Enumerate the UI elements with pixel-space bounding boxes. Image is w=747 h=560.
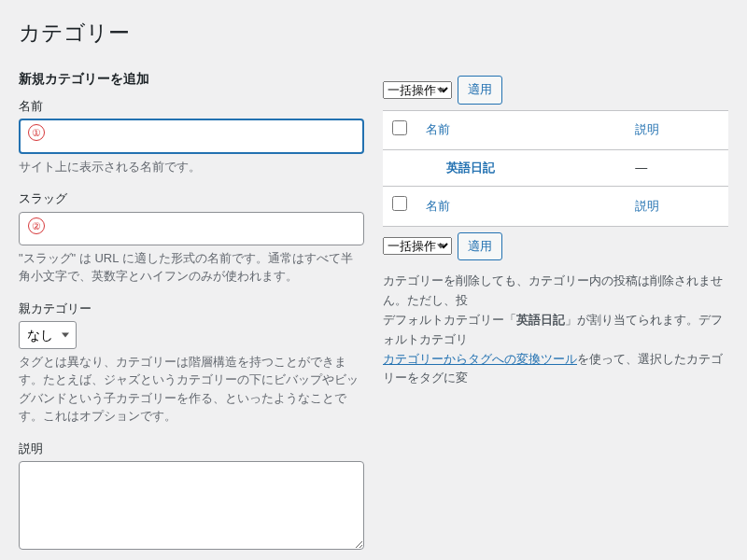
slug-label: スラッグ (19, 190, 364, 207)
apply-button-top[interactable]: 適用 (458, 76, 502, 105)
bulk-action-select-top[interactable]: 一括操作 (383, 81, 452, 99)
col-description-footer[interactable]: 説明 (626, 187, 728, 226)
name-help: サイト上に表示される名前です。 (19, 158, 364, 176)
col-description-header[interactable]: 説明 (626, 110, 728, 149)
page-title: カテゴリー (19, 9, 728, 51)
row-description: — (626, 150, 728, 187)
name-input[interactable] (19, 119, 364, 154)
apply-button-bottom[interactable]: 適用 (458, 232, 502, 261)
table-row: 英語日記 — (383, 150, 728, 187)
select-all-bottom[interactable] (392, 196, 407, 211)
category-table: 名前 説明 英語日記 — 名前 説明 (383, 110, 728, 227)
category-list-panel: 一括操作 適用 名前 説明 英語日記 — (383, 70, 728, 560)
select-all-top[interactable] (392, 120, 407, 135)
form-heading: 新規カテゴリーを追加 (19, 70, 364, 89)
parent-help: タグとは異なり、カテゴリーは階層構造を持つことができます。たとえば、ジャズという… (19, 353, 364, 426)
row-name[interactable]: 英語日記 (416, 150, 626, 187)
parent-label: 親カテゴリー (19, 301, 364, 317)
add-category-form: 新規カテゴリーを追加 名前 ① サイト上に表示される名前です。 スラッグ ② "… (19, 70, 364, 560)
name-label: 名前 (19, 98, 364, 115)
col-name-footer[interactable]: 名前 (416, 187, 626, 226)
slug-input[interactable] (19, 212, 364, 245)
parent-select[interactable]: なし (19, 321, 77, 349)
delete-note: カテゴリーを削除しても、カテゴリー内の投稿は削除されません。ただし、投 デフォル… (383, 272, 728, 388)
description-textarea[interactable] (19, 461, 364, 550)
converter-link[interactable]: カテゴリーからタグへの変換ツール (383, 352, 577, 366)
slug-help: "スラッグ" は URL に適した形式の名前です。通常はすべて半角小文字で、英数… (19, 249, 364, 286)
description-label: 説明 (19, 441, 364, 457)
col-name-header[interactable]: 名前 (416, 110, 626, 149)
bulk-action-select-bottom[interactable]: 一括操作 (383, 237, 452, 255)
